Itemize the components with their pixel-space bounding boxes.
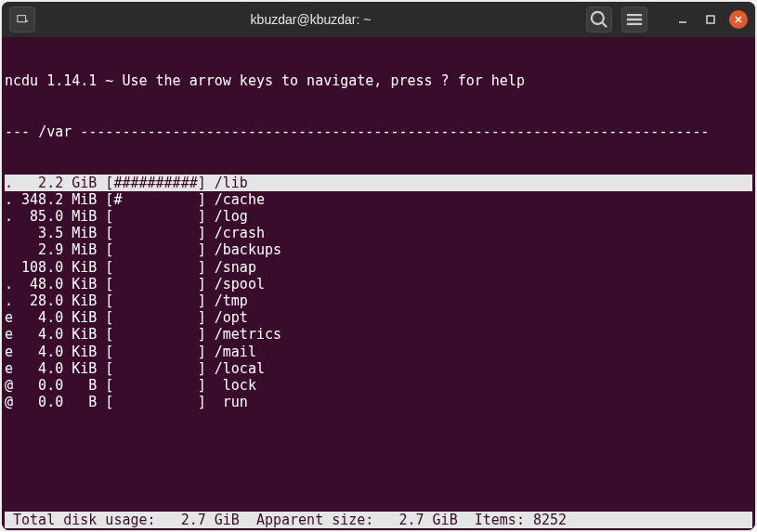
list-item[interactable]: 3.5 MiB [ ] /crash — [5, 225, 752, 241]
new-tab-icon — [16, 13, 29, 26]
search-button[interactable] — [586, 6, 612, 32]
search-icon — [587, 7, 611, 32]
new-tab-button[interactable] — [9, 6, 35, 32]
titlebar-right — [586, 6, 748, 32]
list-item[interactable]: . 85.0 MiB [ ] /log — [5, 208, 752, 225]
terminal-window: kbuzdar@kbuzdar: ~ ncdu 1.14.1 ~ Use the… — [2, 2, 755, 530]
terminal-area[interactable]: ncdu 1.14.1 ~ Use the arrow keys to navi… — [2, 37, 755, 530]
list-item[interactable]: 2.9 MiB [ ] /backups — [5, 241, 752, 258]
hamburger-icon — [622, 7, 646, 32]
svg-rect-9 — [707, 16, 714, 23]
ncdu-header: ncdu 1.14.1 ~ Use the arrow keys to navi… — [5, 72, 752, 89]
status-bar: Total disk usage: 2.7 GiB Apparent size:… — [5, 512, 752, 528]
hamburger-menu-button[interactable] — [621, 6, 647, 32]
list-item[interactable]: . 2.2 GiB [##########] /lib — [5, 175, 752, 191]
svg-rect-0 — [18, 16, 26, 22]
list-item[interactable]: e 4.0 KiB [ ] /metrics — [5, 326, 752, 343]
list-item[interactable]: e 4.0 KiB [ ] /local — [5, 360, 752, 377]
list-item[interactable]: e 4.0 KiB [ ] /mail — [5, 344, 752, 360]
list-item[interactable]: 108.0 KiB [ ] /snap — [5, 259, 752, 276]
list-item[interactable]: . 28.0 KiB [ ] /tmp — [5, 292, 752, 309]
close-icon — [733, 14, 744, 25]
window-title: kbuzdar@kbuzdar: ~ — [41, 12, 581, 27]
file-list: . 2.2 GiB [##########] /lib. 348.2 MiB [… — [5, 175, 752, 411]
maximize-icon — [705, 14, 716, 25]
current-path: /var — [38, 123, 72, 140]
path-suffix: ----------------------------------------… — [72, 123, 709, 140]
list-item[interactable]: @ 0.0 B [ ] lock — [5, 377, 752, 394]
minimize-icon — [677, 14, 688, 25]
list-item[interactable]: . 48.0 KiB [ ] /spool — [5, 276, 752, 292]
svg-line-4 — [602, 22, 607, 27]
list-item[interactable]: . 348.2 MiB [# ] /cache — [5, 191, 752, 208]
path-prefix: --- — [5, 123, 38, 140]
list-item[interactable]: @ 0.0 B [ ] run — [5, 394, 752, 410]
titlebar-left — [9, 6, 35, 32]
maximize-button[interactable] — [701, 10, 720, 29]
minimize-button[interactable] — [673, 10, 692, 29]
list-item[interactable]: e 4.0 KiB [ ] /opt — [5, 309, 752, 326]
ncdu-path-line: --- /var -------------------------------… — [5, 123, 752, 140]
close-button[interactable] — [729, 10, 748, 29]
titlebar: kbuzdar@kbuzdar: ~ — [2, 2, 755, 37]
svg-point-3 — [592, 12, 604, 24]
